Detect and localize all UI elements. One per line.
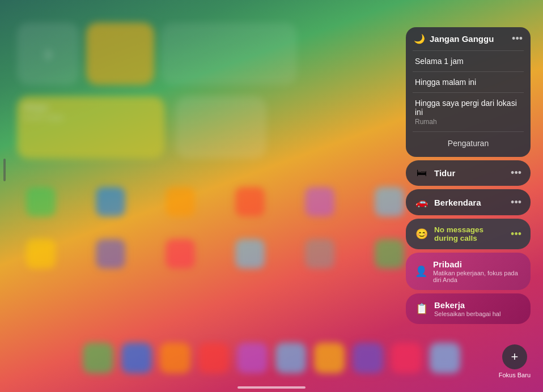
tidur-icon: 🛏	[415, 167, 429, 179]
app-icon	[375, 239, 404, 269]
widget-card-4: Widget Konten widget	[17, 96, 164, 159]
jangan-ganggu-title: Jangan Ganggu	[430, 34, 494, 44]
bekerja-icon: 📋	[415, 302, 429, 315]
moon-icon: 🌙	[414, 33, 425, 44]
app-icon	[305, 239, 334, 269]
tidur-button[interactable]: 🛏 Tidur •••	[406, 160, 531, 186]
tidur-button-left: 🛏 Tidur	[415, 167, 455, 179]
nomsg-button-left: 😊 No messages during calls	[415, 225, 483, 242]
app-rows	[11, 187, 418, 269]
jangan-ganggu-more-button[interactable]: •••	[512, 33, 523, 45]
berkendara-button[interactable]: 🚗 Berkendara •••	[406, 189, 531, 215]
dock-icon	[160, 343, 190, 373]
app-icon	[26, 239, 56, 269]
bekerja-button[interactable]: 📋 Bekerja Selesaikan berbagai hal	[406, 293, 531, 324]
app-icon	[96, 187, 125, 216]
jangan-ganggu-card: 🌙 Jangan Ganggu ••• Selama 1 jam Hingga …	[406, 27, 531, 157]
app-icon	[26, 187, 56, 216]
bekerja-button-left: 📋 Bekerja Selesaikan berbagai hal	[415, 300, 500, 317]
new-focus-button[interactable]: +	[502, 344, 527, 369]
widget-card-1: ›	[17, 23, 79, 85]
widget-area: › Widget Konten widget	[17, 23, 312, 170]
app-icon	[166, 239, 195, 269]
tidur-more-button[interactable]: •••	[511, 167, 521, 179]
app-icon	[305, 187, 334, 216]
app-icon	[375, 187, 404, 216]
dock-icon	[353, 343, 383, 373]
new-focus-plus-icon: +	[511, 351, 518, 363]
dock-icon	[198, 343, 229, 373]
app-row-2	[11, 239, 418, 269]
dock-icon	[430, 343, 460, 373]
dock-icon	[391, 343, 422, 373]
focus-panel: 🌙 Jangan Ganggu ••• Selama 1 jam Hingga …	[406, 27, 531, 324]
widget-card-2	[86, 23, 154, 85]
berkendara-button-left: 🚗 Berkendara	[415, 196, 481, 208]
tidur-label: Tidur	[434, 168, 455, 178]
option-hingga-pergi-label: Hingga saya pergi dari lokasi ini	[415, 99, 521, 117]
option-hingga-pergi-sublabel: Rumah	[415, 118, 437, 126]
home-indicator	[237, 386, 306, 389]
app-icon	[235, 187, 265, 216]
app-icon	[235, 239, 265, 269]
dock	[0, 335, 543, 381]
app-icon	[166, 187, 195, 216]
bekerja-label-wrap: Bekerja Selesaikan berbagai hal	[434, 300, 500, 317]
dock-icon	[83, 343, 113, 373]
jangan-ganggu-header: 🌙 Jangan Ganggu •••	[406, 27, 531, 50]
nomsg-label: No messages during calls	[434, 225, 483, 242]
pribadi-icon: 👤	[415, 265, 427, 278]
app-icon	[96, 239, 125, 269]
dock-icon	[121, 343, 152, 373]
app-row-1	[11, 187, 418, 216]
jg-settings-section: Pengaturan	[406, 132, 531, 157]
berkendara-label: Berkendara	[434, 198, 481, 207]
nomsg-icon: 😊	[415, 228, 429, 240]
berkendara-icon: 🚗	[415, 196, 429, 208]
option-selama-1-jam[interactable]: Selama 1 jam	[406, 51, 531, 71]
pribadi-label-wrap: Pribadi Matikan pekerjaan, fokus pada di…	[433, 259, 521, 283]
pengaturan-button[interactable]: Pengaturan	[441, 137, 495, 150]
dock-icon	[275, 343, 306, 373]
new-focus-area: + Fokus Baru	[499, 344, 531, 378]
pribadi-button-left: 👤 Pribadi Matikan pekerjaan, fokus pada …	[415, 259, 521, 283]
pribadi-label: Pribadi	[433, 259, 521, 269]
option-hingga-pergi[interactable]: Hingga saya pergi dari lokasi ini Rumah	[406, 93, 531, 131]
bekerja-label: Bekerja	[434, 300, 500, 310]
dock-icon	[237, 343, 268, 373]
new-focus-label: Fokus Baru	[499, 372, 531, 378]
berkendara-more-button[interactable]: •••	[511, 197, 521, 208]
dock-icon	[314, 343, 345, 373]
nomsg-more-button[interactable]: •••	[511, 228, 521, 240]
nomsg-button[interactable]: 😊 No messages during calls •••	[406, 219, 531, 249]
widget-card-5	[176, 96, 266, 159]
widget-card-3	[161, 23, 297, 85]
jangan-ganggu-header-left: 🌙 Jangan Ganggu	[414, 33, 494, 44]
pribadi-sublabel: Matikan pekerjaan, fokus pada diri Anda	[433, 270, 521, 283]
option-hingga-malam-ini[interactable]: Hingga malam ini	[406, 72, 531, 92]
bekerja-sublabel: Selesaikan berbagai hal	[434, 310, 500, 317]
pribadi-button[interactable]: 👤 Pribadi Matikan pekerjaan, fokus pada …	[406, 253, 531, 290]
